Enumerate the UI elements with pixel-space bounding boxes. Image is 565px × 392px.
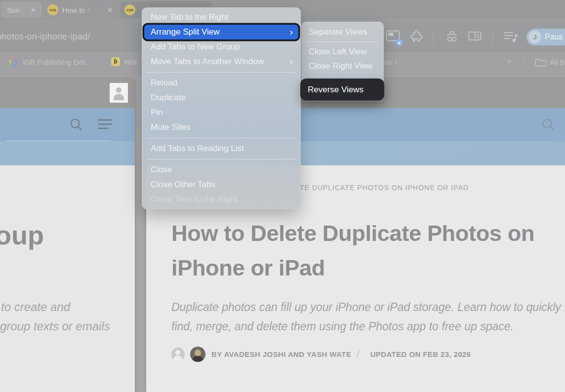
submenu-item-close-left-view[interactable]: Close Left View bbox=[301, 44, 384, 59]
search-icon[interactable] bbox=[70, 118, 83, 132]
byline-updated: UPDATED ON FEB 23, 2026 bbox=[370, 350, 471, 358]
left-pane-nav-band bbox=[0, 108, 135, 141]
writ-favicon-icon: b bbox=[111, 57, 120, 66]
menu-separator bbox=[147, 138, 296, 138]
author-avatar-placeholder bbox=[171, 348, 185, 361]
bookmark-item[interactable]: iGB Publishing Det… bbox=[23, 58, 92, 66]
menu-item-add-tabs-reading-list[interactable]: Add Tabs to Reading List bbox=[142, 141, 301, 156]
playlist-music-icon[interactable] bbox=[503, 30, 519, 44]
close-icon[interactable]: ✕ bbox=[107, 6, 113, 14]
left-split-pane: oup to create and group texts or emails bbox=[0, 78, 135, 392]
menu-item-close-tabs-right: Close Tabs to the Right bbox=[142, 192, 301, 207]
address-url[interactable]: photos-on-iphone-ipad/ bbox=[0, 32, 90, 42]
igb-favicon-icon: iGB bbox=[47, 4, 58, 15]
author-photo bbox=[190, 347, 205, 362]
hamburger-menu-icon[interactable] bbox=[98, 119, 112, 129]
search-icon[interactable] bbox=[542, 118, 555, 132]
tab-2[interactable]: iGB How to C ✕ bbox=[43, 1, 119, 18]
profile-avatar: J bbox=[528, 31, 541, 43]
menu-item-duplicate[interactable]: Duplicate bbox=[142, 90, 301, 105]
star-badge-icon: ★ bbox=[397, 40, 401, 45]
menu-separator bbox=[147, 72, 296, 73]
menu-item-pin[interactable]: Pin bbox=[142, 105, 301, 120]
menu-item-new-tab-right[interactable]: New Tab to the Right bbox=[142, 10, 301, 25]
toolbar-divider bbox=[433, 30, 434, 43]
submenu-item-separate-views[interactable]: Separate Views bbox=[301, 25, 384, 39]
toolbar-divider bbox=[492, 30, 493, 43]
menu-item-add-tabs-new-group[interactable]: Add Tabs to New Group bbox=[142, 39, 301, 54]
bookmarks-overflow-chevron-icon[interactable]: » bbox=[507, 56, 511, 66]
bookmarks-divider bbox=[524, 56, 524, 67]
profile-name: Paus bbox=[545, 33, 563, 41]
all-bookmarks-label[interactable]: All B bbox=[550, 58, 565, 66]
nav-divider-line bbox=[6, 141, 111, 141]
google-favicon-icon bbox=[8, 57, 18, 66]
article-byline: BY AVADESH JOSHI AND YASH WATE / UPDATED… bbox=[171, 347, 471, 362]
left-article-teaser: to create and bbox=[1, 300, 70, 314]
submenu-item-close-right-view[interactable]: Close Right View bbox=[301, 59, 384, 73]
menu-item-reload[interactable]: Reload bbox=[142, 76, 301, 90]
person-icon bbox=[116, 87, 121, 93]
menu-item-mute-sites[interactable]: Mute Sites bbox=[142, 120, 301, 135]
submenu-item-reverse-views-selected[interactable]: Reverse Views bbox=[300, 78, 384, 101]
menu-item-arrange-split-view[interactable]: Arrange Split View › bbox=[144, 25, 298, 39]
chevron-right-icon: › bbox=[290, 25, 293, 39]
breadcrumb: TE DUPLICATE PHOTOS ON IPHONE OR IPAD bbox=[300, 184, 469, 192]
igb-favicon-icon: iGB bbox=[124, 4, 135, 15]
menu-separator bbox=[147, 159, 296, 159]
tab-1[interactable]: Som ✕ bbox=[1, 1, 42, 18]
menu-item-close[interactable]: Close bbox=[142, 162, 301, 177]
article-standfirst: Duplicate photos can fill up your iPhone… bbox=[171, 298, 561, 336]
detective-extension-icon[interactable] bbox=[444, 28, 459, 46]
left-article-teaser: group texts or emails bbox=[0, 319, 110, 333]
user-avatar-placeholder[interactable] bbox=[110, 83, 128, 103]
tab-title: Som bbox=[7, 6, 22, 14]
menu-item-move-tabs-window[interactable]: Move Tabs to Another Window › bbox=[142, 54, 301, 69]
folder-icon bbox=[534, 57, 547, 67]
menu-item-close-other-tabs[interactable]: Close Other Tabs bbox=[142, 177, 301, 192]
byline-separator: / bbox=[357, 350, 359, 359]
tab-context-menu: New Tab to the Right Arrange Split View … bbox=[142, 7, 301, 209]
close-icon[interactable]: ✕ bbox=[31, 6, 36, 14]
left-pane-site-header bbox=[0, 78, 135, 108]
extensions-puzzle-icon[interactable] bbox=[409, 30, 423, 44]
profile-button[interactable]: J Paus bbox=[526, 29, 565, 45]
left-article-title-fragment: oup bbox=[0, 220, 44, 250]
tab-overview-star-icon[interactable]: ★ bbox=[386, 30, 404, 46]
byline-authors: BY AVADESH JOSHI AND YASH WATE bbox=[211, 350, 351, 358]
reading-list-book-icon[interactable] bbox=[467, 30, 483, 43]
chevron-right-icon: › bbox=[290, 54, 293, 69]
article-title: How to Delete Duplicate Photos on iPhone… bbox=[171, 216, 534, 285]
menu-separator bbox=[306, 41, 379, 42]
bookmark-item[interactable]: Writ bbox=[124, 58, 137, 66]
bookmark-item[interactable]: on I… bbox=[384, 58, 404, 66]
tab-title: How to C bbox=[62, 6, 93, 14]
browser-window: Som ✕ iGB How to C ✕ iGB photos-on-iphon… bbox=[0, 0, 565, 392]
